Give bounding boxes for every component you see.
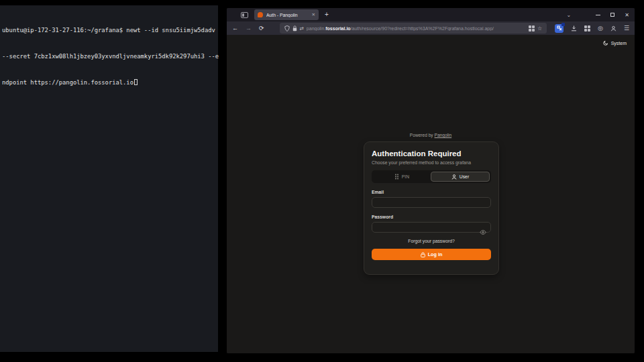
url-bar[interactable]: ⇄ pangolin.fossorial.io/auth/resource/90…	[280, 23, 547, 34]
moon-icon	[603, 40, 608, 46]
profile-icon[interactable]	[610, 25, 616, 32]
downloads-icon[interactable]	[571, 25, 577, 32]
terminal-window[interactable]: ubuntu@ip-172-31-27-116:~/grafana$ newt …	[0, 5, 218, 352]
window-controls: ⌄ ✕	[567, 12, 629, 18]
forward-button[interactable]: →	[246, 21, 252, 35]
shield-icon[interactable]	[284, 25, 290, 32]
pangolin-favicon-icon	[258, 12, 263, 17]
menu-hamburger-icon[interactable]: ☰	[624, 25, 629, 32]
apps-grid-icon[interactable]	[584, 25, 590, 32]
window-close-button[interactable]: ✕	[625, 12, 629, 18]
maximize-button[interactable]	[610, 13, 614, 17]
theme-toggle[interactable]: System	[603, 40, 627, 46]
forgot-password-link[interactable]: Forgot your password?	[372, 239, 491, 243]
tab-bar: Auth - Pangolin ✕ + ⌄ ✕	[227, 8, 635, 21]
auth-method-tabs: PIN User	[372, 170, 491, 183]
terminal-line: ubuntu@ip-172-31-27-116:~/grafana$ newt …	[2, 26, 216, 35]
reload-button[interactable]: ⟳	[259, 21, 264, 35]
desktop: ubuntu@ip-172-31-27-116:~/grafana$ newt …	[0, 0, 644, 362]
bookmark-star-icon[interactable]: ☆	[537, 25, 542, 32]
ring-icon[interactable]: ◎	[598, 25, 603, 32]
email-label: Email	[372, 190, 491, 194]
terminal-line: --secret 7cbz1xw08lh1jbzey03yxvndljvneam…	[2, 52, 216, 61]
browser-tab-active[interactable]: Auth - Pangolin ✕	[254, 9, 319, 20]
back-button[interactable]: ←	[232, 21, 238, 35]
list-tabs-chevron-icon[interactable]: ⌄	[567, 12, 572, 18]
auth-card: Authentication Required Choose your pref…	[364, 141, 499, 275]
navigation-toolbar: ← → ⟳ ⇄ pangolin.fossorial.io/auth/resou…	[227, 21, 635, 35]
url-text: pangolin.fossorial.io/auth/resource/90?r…	[307, 26, 526, 31]
lock-icon[interactable]	[292, 25, 297, 32]
card-subtitle: Choose your preferred method to access g…	[372, 160, 491, 165]
firefox-view-icon[interactable]	[241, 12, 248, 18]
password-field[interactable]	[372, 222, 491, 233]
auth-page: System Powered by Pangolin Authenticatio…	[227, 35, 635, 353]
powered-by: Powered by Pangolin	[227, 133, 635, 137]
browser-window: Auth - Pangolin ✕ + ⌄ ✕ ← → ⟳	[227, 8, 635, 353]
terminal-line: ndpoint https://pangolin.fossorial.io	[2, 78, 216, 87]
email-field[interactable]	[372, 197, 491, 208]
new-tab-button[interactable]: +	[325, 11, 329, 18]
keypad-icon	[394, 174, 399, 180]
pangolin-link[interactable]: Pangolin	[435, 133, 452, 137]
theme-label: System	[611, 41, 627, 46]
extension-icon[interactable]	[555, 24, 564, 33]
tab-pin[interactable]: PIN	[373, 172, 431, 182]
tab-user[interactable]: User	[431, 172, 490, 182]
tab-close-icon[interactable]: ✕	[312, 12, 315, 17]
minimize-button[interactable]	[596, 15, 600, 15]
user-icon	[451, 174, 457, 180]
show-password-eye-icon[interactable]	[480, 225, 486, 237]
permissions-swap-icon[interactable]: ⇄	[300, 25, 304, 32]
extension-badge	[561, 23, 565, 26]
toolbar-extensions: ◎ ☰	[555, 24, 629, 33]
login-lock-icon	[421, 252, 425, 257]
terminal-cursor	[134, 79, 138, 85]
page-action-grid-icon[interactable]	[529, 25, 535, 32]
card-title: Authentication Required	[372, 149, 491, 158]
tab-title: Auth - Pangolin	[266, 13, 310, 17]
login-button[interactable]: Log in	[372, 249, 491, 260]
password-label: Password	[372, 215, 491, 219]
